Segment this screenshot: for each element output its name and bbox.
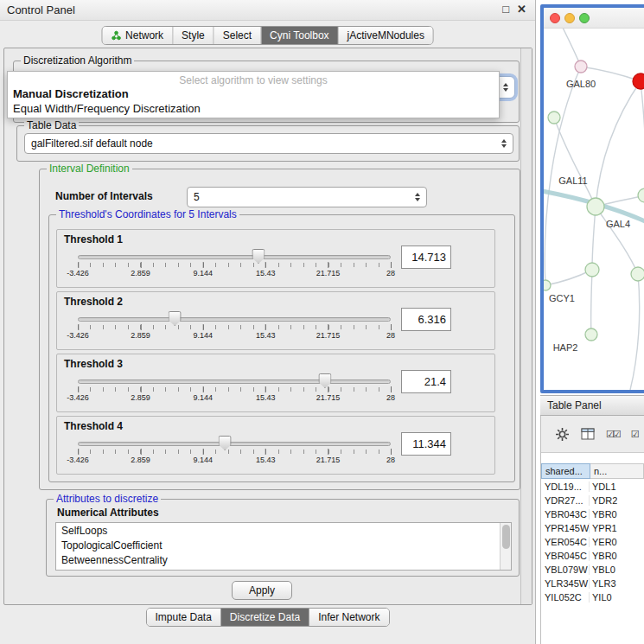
list-scrollbar[interactable] bbox=[500, 523, 511, 570]
panel-scrollbar[interactable] bbox=[520, 48, 532, 604]
scale-label: 9.144 bbox=[194, 269, 214, 277]
attributes-group: Attributes to discretize Numerical Attri… bbox=[46, 499, 520, 577]
tab-cyni-toolbox[interactable]: Cyni Toolbox bbox=[261, 27, 338, 44]
tab-network[interactable]: Network bbox=[102, 27, 173, 44]
table-cell[interactable]: YIL052C bbox=[541, 592, 590, 603]
table-row[interactable]: YER054C YER0 bbox=[541, 535, 644, 549]
tab-infer-network[interactable]: Infer Network bbox=[309, 609, 388, 626]
table-cell[interactable]: YPR1 bbox=[590, 523, 617, 533]
select-function-checkbox-icon[interactable]: ☑ bbox=[631, 429, 640, 440]
table-cell[interactable]: YIL0 bbox=[590, 592, 612, 603]
tab-label: jActiveMNodules bbox=[348, 29, 424, 41]
tab-select[interactable]: Select bbox=[214, 27, 261, 44]
network-icon bbox=[111, 30, 121, 41]
table-cell[interactable]: YPR145W bbox=[541, 523, 590, 533]
column-header-name[interactable]: n... bbox=[590, 463, 644, 479]
table-row[interactable]: YBR045C YBR0 bbox=[541, 549, 644, 563]
table-cell[interactable]: YLR345W bbox=[541, 578, 590, 589]
threshold-1-slider[interactable]: -3.4262.8599.14415.4321.71528 bbox=[78, 249, 391, 285]
table-rows: YDL19... YDL1 YDR27... YDR2 YBR043C YBR0… bbox=[541, 480, 644, 604]
table-cell[interactable]: YDL1 bbox=[590, 481, 616, 492]
threshold-value-field[interactable]: 6.316 bbox=[401, 308, 451, 331]
gear-icon[interactable] bbox=[555, 427, 570, 442]
table-row[interactable]: YBL079W YBL0 bbox=[541, 563, 644, 577]
number-of-intervals-label: Number of Intervals bbox=[55, 190, 153, 202]
table-cell[interactable]: YBR043C bbox=[541, 509, 590, 520]
threshold-label: Threshold 3 bbox=[64, 358, 123, 370]
network-node[interactable] bbox=[585, 328, 597, 341]
tab-jactivemnodules[interactable]: jActiveMNodules bbox=[339, 27, 433, 44]
group-title: Discretization Algorithm bbox=[21, 54, 134, 67]
table-cell[interactable]: YBL079W bbox=[541, 564, 590, 575]
interval-definition-group: Interval Definition Number of Intervals … bbox=[39, 169, 520, 490]
slider-scale: -3.4262.8599.14415.4321.71528 bbox=[78, 393, 391, 404]
tab-impute-data[interactable]: Impute Data bbox=[146, 609, 220, 626]
slider-thumb[interactable] bbox=[219, 436, 232, 450]
select-all-checkboxes-icon[interactable]: ☑☑ bbox=[606, 429, 620, 440]
table-row[interactable]: YDR27... YDR2 bbox=[541, 494, 644, 507]
threshold-4-slider[interactable]: -3.4262.8599.14415.4321.71528 bbox=[78, 436, 391, 472]
table-row[interactable]: YIL052C YIL0 bbox=[541, 590, 644, 604]
table-cell[interactable]: YDL19... bbox=[541, 481, 590, 492]
network-node[interactable] bbox=[585, 263, 599, 277]
list-item[interactable]: SelfLoops bbox=[56, 524, 511, 539]
table-cell[interactable]: YDR2 bbox=[590, 495, 617, 506]
threshold-2-slider[interactable]: -3.4262.8599.14415.4321.71528 bbox=[78, 311, 391, 348]
table-cell[interactable]: YBL0 bbox=[590, 564, 615, 575]
network-node[interactable] bbox=[638, 188, 644, 202]
algorithm-placeholder-option[interactable]: Select algorithm to view settings bbox=[8, 72, 499, 86]
threshold-3-slider[interactable]: -3.4262.8599.14415.4321.71528 bbox=[78, 373, 391, 410]
table-row[interactable]: YPR145W YPR1 bbox=[541, 521, 644, 535]
network-node-red[interactable] bbox=[633, 73, 644, 89]
slider-thumb[interactable] bbox=[318, 373, 331, 388]
list-item[interactable]: TopologicalCoefficient bbox=[56, 539, 511, 553]
table-data-combobox[interactable]: galFiltered.sif default node bbox=[24, 133, 513, 154]
network-node[interactable] bbox=[548, 112, 560, 124]
table-cell[interactable]: YBR0 bbox=[590, 509, 617, 520]
column-header-shared-name[interactable]: shared... bbox=[541, 463, 590, 479]
network-node[interactable] bbox=[631, 267, 644, 281]
combo-arrows-icon bbox=[410, 193, 420, 201]
table-cell[interactable]: YBR045C bbox=[541, 551, 590, 561]
table-row[interactable]: YBR043C YBR0 bbox=[541, 507, 644, 521]
network-node[interactable] bbox=[544, 280, 551, 290]
slider-track[interactable] bbox=[78, 379, 391, 384]
algorithm-option-manual[interactable]: Manual Discretization bbox=[8, 86, 499, 101]
table-cell[interactable]: YBR0 bbox=[590, 551, 617, 561]
list-item[interactable]: BetweennessCentrality bbox=[56, 553, 511, 568]
attributes-list[interactable]: SelfLoopsTopologicalCoefficientBetweenne… bbox=[55, 522, 512, 571]
table-cell[interactable]: YDR27... bbox=[541, 495, 590, 506]
slider-track[interactable] bbox=[78, 442, 391, 446]
number-of-intervals-combobox[interactable]: 5 bbox=[187, 187, 427, 207]
tab-style[interactable]: Style bbox=[173, 27, 214, 44]
slider-thumb[interactable] bbox=[252, 249, 265, 264]
node-label-gcy1: GCY1 bbox=[549, 293, 575, 303]
apply-button[interactable]: Apply bbox=[232, 581, 292, 600]
minimize-traffic-light-icon[interactable] bbox=[564, 13, 575, 23]
thresholds-group: Threshold's Coordinates for 5 Intervals … bbox=[48, 214, 515, 482]
threshold-value-field[interactable]: 14.713 bbox=[401, 245, 451, 269]
slider-track[interactable] bbox=[78, 255, 391, 259]
scale-label: 28 bbox=[386, 331, 395, 340]
table-cell[interactable]: YER054C bbox=[541, 537, 590, 547]
slider-thumb[interactable] bbox=[169, 311, 182, 326]
table-cell[interactable]: YER0 bbox=[590, 537, 617, 547]
table-cell[interactable]: YLR3 bbox=[590, 578, 616, 589]
threshold-value-field[interactable]: 11.344 bbox=[401, 432, 451, 456]
zoom-traffic-light-icon[interactable] bbox=[579, 13, 590, 23]
network-node[interactable] bbox=[587, 198, 604, 215]
scale-label: 15.43 bbox=[256, 393, 276, 402]
threshold-value-field[interactable]: 21.4 bbox=[401, 370, 451, 393]
slider-track[interactable] bbox=[78, 317, 391, 322]
algorithm-option-equal-width[interactable]: Equal Width/Frequency Discretization bbox=[8, 101, 499, 116]
network-node[interactable] bbox=[575, 61, 587, 73]
close-traffic-light-icon[interactable] bbox=[550, 13, 560, 23]
columns-icon[interactable] bbox=[581, 428, 595, 440]
float-window-icon[interactable]: □ bbox=[502, 3, 509, 16]
network-canvas[interactable]: GAL80 GAL11 GAL4 GCY1 HAP2 bbox=[544, 29, 644, 390]
tab-discretize-data[interactable]: Discretize Data bbox=[221, 609, 309, 626]
table-row[interactable]: YLR345W YLR3 bbox=[541, 577, 644, 590]
list-scrollbar-thumb[interactable] bbox=[502, 525, 510, 549]
close-window-icon[interactable]: ✕ bbox=[517, 3, 526, 16]
table-row[interactable]: YDL19... YDL1 bbox=[541, 480, 644, 494]
